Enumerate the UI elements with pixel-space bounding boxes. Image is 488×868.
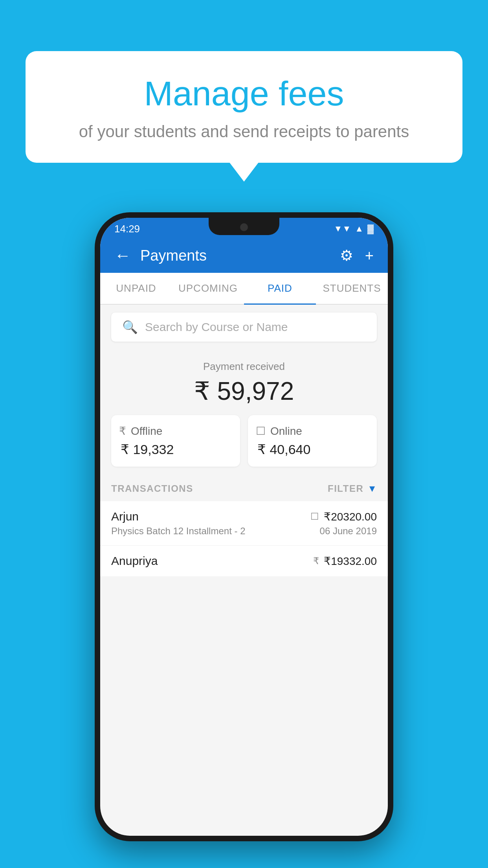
tab-upcoming[interactable]: UPCOMING xyxy=(172,273,244,304)
tabs-container: UNPAID UPCOMING PAID STUDENTS xyxy=(100,273,388,305)
camera-notch xyxy=(240,223,248,231)
payment-received-label: Payment received xyxy=(111,360,377,373)
transaction-top-1: Arjun ☐ ₹20320.00 xyxy=(111,510,377,523)
online-label: Online xyxy=(270,425,302,438)
header-left: ← Payments xyxy=(114,246,207,265)
status-time: 14:29 xyxy=(114,223,140,235)
transaction-amount-wrap-1: ☐ ₹20320.00 xyxy=(310,510,377,523)
transaction-top-2: Anupriya ₹ ₹19332.00 xyxy=(111,554,377,568)
bubble-title: Manage fees xyxy=(57,75,431,113)
offline-label: Offline xyxy=(131,425,162,438)
payment-total-amount: ₹ 59,972 xyxy=(111,377,377,406)
filter-icon: ▼ xyxy=(367,483,377,494)
phone-outer: 14:29 ▼▼ ▲ ▓ ← Payments ⚙ + xyxy=(95,212,393,841)
header-right: ⚙ + xyxy=(340,247,374,264)
transaction-date-1: 06 June 2019 xyxy=(320,526,377,537)
phone-notch xyxy=(209,218,279,235)
transaction-bottom-1: Physics Batch 12 Installment - 2 06 June… xyxy=(111,526,377,537)
tab-paid[interactable]: PAID xyxy=(244,273,316,304)
transactions-header: TRANSACTIONS FILTER ▼ xyxy=(100,474,388,501)
online-card-top: ☐ Online xyxy=(256,425,302,438)
search-container: 🔍 Search by Course or Name xyxy=(100,305,388,349)
signal-icon: ▲ xyxy=(355,224,363,234)
back-button[interactable]: ← xyxy=(114,246,131,265)
header-title: Payments xyxy=(140,247,207,264)
online-icon: ☐ xyxy=(256,425,266,438)
table-row[interactable]: Anupriya ₹ ₹19332.00 xyxy=(100,546,388,576)
online-card: ☐ Online ₹ 40,640 xyxy=(248,415,377,467)
filter-label: FILTER xyxy=(328,483,363,494)
transactions-label: TRANSACTIONS xyxy=(111,483,193,494)
search-placeholder: Search by Course or Name xyxy=(145,320,288,334)
add-icon[interactable]: + xyxy=(365,247,374,264)
card-payment-icon-1: ☐ xyxy=(310,511,319,522)
transaction-name-1: Arjun xyxy=(111,510,139,523)
offline-card-top: ₹ Offline xyxy=(119,425,162,438)
phone-mockup: 14:29 ▼▼ ▲ ▓ ← Payments ⚙ + xyxy=(95,212,393,841)
filter-button[interactable]: FILTER ▼ xyxy=(328,483,377,494)
transactions-list: Arjun ☐ ₹20320.00 Physics Batch 12 Insta… xyxy=(100,501,388,576)
tab-unpaid[interactable]: UNPAID xyxy=(100,273,172,304)
transaction-amount-1: ₹20320.00 xyxy=(324,510,377,523)
offline-payment-icon-2: ₹ xyxy=(313,555,319,566)
offline-card: ₹ Offline ₹ 19,332 xyxy=(111,415,240,467)
search-icon: 🔍 xyxy=(122,320,138,335)
battery-icon: ▓ xyxy=(367,224,374,234)
transaction-description-1: Physics Batch 12 Installment - 2 xyxy=(111,526,245,537)
table-row[interactable]: Arjun ☐ ₹20320.00 Physics Batch 12 Insta… xyxy=(100,501,388,546)
offline-icon: ₹ xyxy=(119,425,126,438)
speech-bubble: Manage fees of your students and send re… xyxy=(26,51,462,163)
transaction-amount-2: ₹19332.00 xyxy=(324,555,377,568)
transaction-name-2: Anupriya xyxy=(111,554,158,568)
speech-bubble-container: Manage fees of your students and send re… xyxy=(26,51,462,163)
bubble-subtitle: of your students and send receipts to pa… xyxy=(57,122,431,141)
app-header: ← Payments ⚙ + xyxy=(100,238,388,273)
online-amount: ₹ 40,640 xyxy=(256,441,310,457)
phone-screen: 14:29 ▼▼ ▲ ▓ ← Payments ⚙ + xyxy=(100,218,388,836)
payment-cards: ₹ Offline ₹ 19,332 ☐ Online ₹ 40,640 xyxy=(111,415,377,467)
transaction-amount-wrap-2: ₹ ₹19332.00 xyxy=(313,555,377,568)
payment-summary: Payment received ₹ 59,972 ₹ Offline ₹ 19… xyxy=(100,349,388,474)
gear-icon[interactable]: ⚙ xyxy=(340,247,353,264)
wifi-icon: ▼▼ xyxy=(334,224,351,234)
search-bar[interactable]: 🔍 Search by Course or Name xyxy=(111,313,377,342)
tab-students[interactable]: STUDENTS xyxy=(316,273,388,304)
status-icons: ▼▼ ▲ ▓ xyxy=(334,224,374,234)
offline-amount: ₹ 19,332 xyxy=(119,441,174,457)
